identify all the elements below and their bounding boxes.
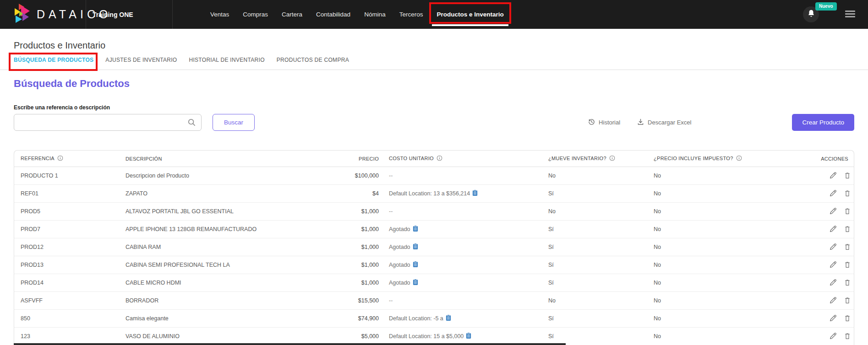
history-icon bbox=[588, 118, 595, 127]
edit-icon[interactable] bbox=[829, 332, 837, 340]
inventory-detail-icon[interactable] bbox=[413, 243, 418, 251]
tabs-divider bbox=[0, 70, 868, 70]
delete-icon[interactable] bbox=[844, 207, 851, 215]
cell-precio: $1,000 bbox=[333, 202, 385, 220]
edit-icon[interactable] bbox=[829, 207, 837, 215]
delete-icon[interactable] bbox=[844, 172, 851, 179]
delete-icon[interactable] bbox=[844, 332, 851, 340]
cell-descripcion: Camisa elegante bbox=[122, 309, 333, 327]
search-label: Escribe una referencia o descripción bbox=[14, 104, 854, 111]
cell-referencia: 850 bbox=[14, 309, 122, 327]
column-header-cost: COSTO UNITARIO bbox=[385, 151, 546, 167]
delete-icon[interactable] bbox=[844, 261, 851, 269]
nav-item[interactable]: Terceros bbox=[399, 9, 423, 20]
table-row: PROD5 ALTAVOZ PORTATIL JBL GO ESSENTIAL … bbox=[14, 202, 854, 220]
section-heading: Búsqueda de Productos bbox=[14, 78, 854, 90]
org-selector[interactable]: Training ONE bbox=[86, 0, 173, 29]
cell-precio: $1,000 bbox=[333, 238, 385, 256]
historial-link[interactable]: Historial bbox=[588, 118, 620, 127]
nav-item[interactable]: Contabilidad bbox=[316, 9, 350, 20]
delete-icon[interactable] bbox=[844, 189, 851, 197]
active-nav-underline bbox=[432, 24, 508, 26]
info-icon[interactable] bbox=[609, 155, 615, 162]
cell-precio: $5,000 bbox=[333, 327, 385, 345]
inventory-detail-icon[interactable] bbox=[413, 225, 418, 233]
bell-icon bbox=[807, 9, 815, 20]
nav-links: Ventas Compras Cartera Contabilidad Nómi… bbox=[210, 0, 504, 29]
tab-item[interactable]: BÚSQUEDA DE PRODUCTOS bbox=[14, 57, 93, 64]
cell-descripcion: APPLE IPHONE 13 128GB REMANUFACTURADO bbox=[122, 220, 333, 238]
cell-costo-unitario: Default Location: 13 a $356,214 bbox=[385, 184, 546, 202]
nav-item[interactable]: Compras bbox=[243, 9, 268, 20]
table-row: PROD13 CABINA SEMI PROFESIONAL TECH LA $… bbox=[14, 256, 854, 274]
cell-mueve-inventario: No bbox=[546, 167, 651, 184]
edit-icon[interactable] bbox=[829, 296, 837, 304]
nav-item[interactable]: Cartera bbox=[282, 9, 302, 20]
tab-item[interactable]: PRODUCTOS DE COMPRA bbox=[277, 57, 349, 64]
nav-item-productos-inventario[interactable]: Productos e Inventario bbox=[437, 9, 503, 20]
cell-precio-incluye-impuesto: No bbox=[651, 327, 807, 345]
delete-icon[interactable] bbox=[844, 243, 851, 251]
cell-precio-incluye-impuesto: No bbox=[651, 256, 807, 274]
cell-descripcion: ZAPATO bbox=[122, 184, 333, 202]
delete-icon[interactable] bbox=[844, 314, 851, 322]
cell-precio: $4 bbox=[333, 184, 385, 202]
table-header-row: REFERENCIADESCRIPCIÓNPRECIOCOSTO UNITARI… bbox=[14, 151, 854, 167]
edit-icon[interactable] bbox=[829, 314, 837, 322]
cell-descripcion: BORRADOR bbox=[122, 291, 333, 309]
nav-item[interactable]: Ventas bbox=[210, 9, 229, 20]
brand-logo[interactable]: DATAICO bbox=[0, 0, 86, 29]
edit-icon[interactable] bbox=[829, 225, 837, 233]
cell-costo-unitario: Default Location: 15 a $5,000 bbox=[385, 327, 546, 345]
nav-item[interactable]: Nómina bbox=[364, 9, 386, 20]
cell-referencia: PRODUCTO 1 bbox=[14, 167, 122, 184]
column-header-price: PRECIO bbox=[333, 151, 385, 167]
buscar-button[interactable]: Buscar bbox=[213, 114, 255, 131]
cell-precio: $15,500 bbox=[333, 291, 385, 309]
products-table: REFERENCIADESCRIPCIÓNPRECIOCOSTO UNITARI… bbox=[14, 150, 854, 345]
page-content: Productos e Inventario BÚSQUEDA DE PRODU… bbox=[0, 40, 868, 345]
cell-mueve-inventario: Sí bbox=[546, 238, 651, 256]
cell-precio-incluye-impuesto: No bbox=[651, 309, 807, 327]
table-row: PRODUCTO 1 Descripcion del Producto $100… bbox=[14, 167, 854, 184]
delete-icon[interactable] bbox=[844, 279, 851, 286]
search-input[interactable] bbox=[14, 114, 202, 131]
edit-icon[interactable] bbox=[829, 189, 837, 197]
tab-item[interactable]: HISTORIAL DE INVENTARIO bbox=[189, 57, 264, 64]
cell-referencia: PROD12 bbox=[14, 238, 122, 256]
info-icon[interactable] bbox=[437, 155, 442, 162]
info-icon[interactable] bbox=[736, 155, 742, 162]
cell-precio-incluye-impuesto: No bbox=[651, 220, 807, 238]
cell-referencia: PROD14 bbox=[14, 274, 122, 291]
cell-precio-incluye-impuesto: No bbox=[651, 184, 807, 202]
edit-icon[interactable] bbox=[829, 279, 837, 286]
edit-icon[interactable] bbox=[829, 261, 837, 269]
edit-icon[interactable] bbox=[829, 172, 837, 179]
cell-mueve-inventario: No bbox=[546, 291, 651, 309]
cell-costo-unitario: Agotado bbox=[385, 220, 546, 238]
delete-icon[interactable] bbox=[844, 296, 851, 304]
table-row: 850 Camisa elegante $74,900 Default Loca… bbox=[14, 309, 854, 327]
delete-icon[interactable] bbox=[844, 225, 851, 233]
crear-producto-button[interactable]: Crear Producto bbox=[792, 114, 854, 131]
table-row: PROD14 CABLE MICRO HDMI $1,000 Agotado S… bbox=[14, 274, 854, 291]
cell-mueve-inventario: Sí bbox=[546, 309, 651, 327]
inventory-detail-icon[interactable] bbox=[466, 332, 471, 340]
inventory-detail-icon[interactable] bbox=[413, 261, 418, 269]
cell-acciones bbox=[810, 292, 851, 309]
inventory-detail-icon[interactable] bbox=[413, 279, 418, 287]
navbar-right: Nuevo bbox=[803, 0, 863, 29]
descargar-excel-link[interactable]: Descargar Excel bbox=[637, 118, 691, 127]
cell-costo-unitario: Agotado bbox=[385, 238, 546, 256]
column-header-desc: DESCRIPCIÓN bbox=[122, 151, 333, 167]
menu-icon[interactable] bbox=[845, 11, 855, 19]
info-icon[interactable] bbox=[57, 155, 63, 162]
tab-item[interactable]: AJUSTES DE INVENTARIO bbox=[105, 57, 177, 64]
inventory-detail-icon[interactable] bbox=[472, 189, 478, 198]
cell-descripcion: CABINA SEMI PROFESIONAL TECH LA bbox=[122, 256, 333, 274]
edit-icon[interactable] bbox=[829, 243, 837, 251]
search-row: Buscar Historial bbox=[14, 114, 854, 131]
inventory-detail-icon[interactable] bbox=[446, 314, 451, 323]
cell-referencia: ASFVFF bbox=[14, 291, 122, 309]
cell-costo-unitario: Agotado bbox=[385, 256, 546, 274]
